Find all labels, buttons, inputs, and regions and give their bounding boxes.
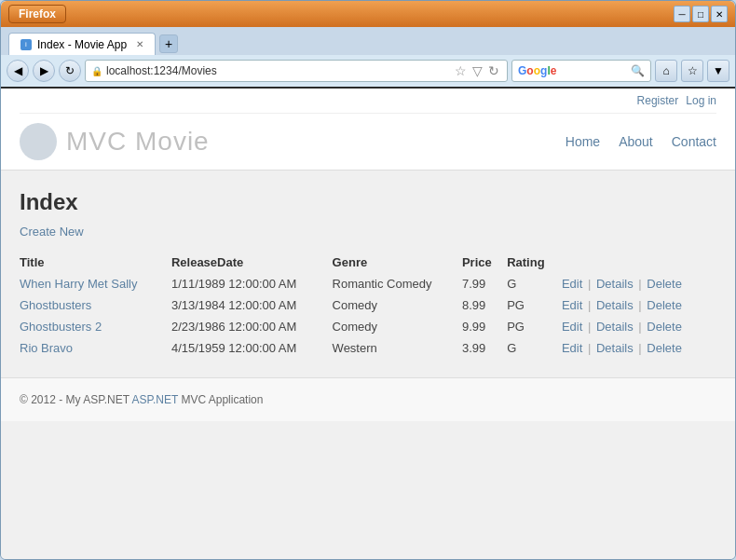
edit-link[interactable]: Edit: [562, 298, 582, 312]
page-footer: © 2012 - My ASP.NET ASP.NET MVC Applicat…: [1, 377, 735, 421]
edit-link[interactable]: Edit: [562, 341, 582, 355]
col-price: Price: [462, 252, 507, 273]
sep2: |: [638, 298, 641, 312]
cell-title: Ghostbusters: [20, 294, 171, 316]
movie-table: Title ReleaseDate Genre Price Rating Whe…: [20, 252, 716, 359]
cell-title: Rio Bravo: [20, 337, 171, 359]
cell-actions: Edit | Details | Delete: [562, 273, 716, 294]
details-link[interactable]: Details: [596, 298, 634, 312]
url-text: localhost:1234/Movies: [106, 64, 449, 77]
bookmark-arrow-icon[interactable]: ▽: [470, 63, 484, 78]
search-bar[interactable]: Google 🔍: [511, 60, 651, 82]
details-link[interactable]: Details: [596, 341, 634, 355]
nav-about[interactable]: About: [619, 134, 653, 149]
cell-price: 3.99: [462, 337, 507, 359]
firefox-menu-button[interactable]: Firefox: [8, 5, 66, 23]
cell-actions: Edit | Details | Delete: [562, 337, 716, 359]
details-link[interactable]: Details: [596, 277, 634, 291]
nav-menu: Home About Contact: [566, 134, 716, 149]
col-actions: [562, 252, 716, 273]
header-top: Register Log in: [20, 89, 716, 114]
login-link[interactable]: Log in: [686, 94, 716, 107]
table-header-row: Title ReleaseDate Genre Price Rating: [20, 252, 716, 273]
sep1: |: [588, 277, 591, 291]
maximize-button[interactable]: □: [692, 6, 709, 22]
cell-title: When Harry Met Sally: [20, 273, 171, 294]
cell-title: Ghostbusters 2: [20, 316, 171, 337]
profile-avatar: [20, 123, 57, 160]
create-new-link[interactable]: Create New: [20, 225, 84, 239]
table-row: When Harry Met Sally 1/11/1989 12:00:00 …: [20, 273, 716, 294]
delete-link[interactable]: Delete: [647, 320, 682, 334]
menu-button[interactable]: ▼: [707, 60, 729, 82]
cell-price: 9.99: [462, 316, 507, 337]
sep2: |: [638, 320, 641, 334]
cell-genre: Comedy: [333, 294, 462, 316]
nav-contact[interactable]: Contact: [672, 134, 716, 149]
col-genre: Genre: [333, 252, 462, 273]
cell-release-date: 2/23/1986 12:00:00 AM: [171, 316, 333, 337]
table-row: Ghostbusters 3/13/1984 12:00:00 AM Comed…: [20, 294, 716, 316]
cell-release-date: 4/15/1959 12:00:00 AM: [171, 337, 333, 359]
new-tab-button[interactable]: +: [159, 34, 178, 53]
cell-price: 7.99: [462, 273, 507, 294]
sep1: |: [588, 341, 591, 355]
cell-rating: G: [507, 273, 562, 294]
search-magnifier-icon[interactable]: 🔍: [631, 64, 645, 77]
page-title: Index: [20, 189, 716, 215]
cell-release-date: 1/11/1989 12:00:00 AM: [171, 273, 333, 294]
cell-actions: Edit | Details | Delete: [562, 316, 716, 337]
details-link[interactable]: Details: [596, 320, 634, 334]
nav-home[interactable]: Home: [566, 134, 600, 149]
delete-link[interactable]: Delete: [647, 277, 682, 291]
cell-actions: Edit | Details | Delete: [562, 294, 716, 316]
cell-genre: Comedy: [333, 316, 462, 337]
main-content: Index Create New Title ReleaseDate Genre…: [1, 171, 735, 377]
col-title: Title: [20, 252, 171, 273]
profile-area: MVC Movie: [20, 123, 210, 160]
title-bar: Firefox ─ □ ✕: [1, 1, 735, 27]
sep2: |: [638, 341, 641, 355]
url-refresh-icon[interactable]: ↻: [486, 63, 501, 78]
browser-window: Firefox ─ □ ✕ i Index - Movie App ✕ + ◀ …: [0, 0, 736, 560]
footer-mvc-label: MVC Application: [181, 393, 263, 406]
tab-close-icon[interactable]: ✕: [136, 39, 143, 49]
footer-copyright: © 2012 - My ASP.NET: [20, 393, 129, 406]
cell-genre: Romantic Comedy: [333, 273, 462, 294]
footer-asp-link[interactable]: ASP.NET: [131, 393, 181, 406]
sep1: |: [588, 320, 591, 334]
register-link[interactable]: Register: [637, 94, 679, 107]
app-header: Register Log in MVC Movie Home About Con…: [1, 89, 735, 171]
col-release-date: ReleaseDate: [171, 252, 333, 273]
url-actions: ☆ ▽ ↻: [453, 63, 501, 78]
table-row: Ghostbusters 2 2/23/1986 12:00:00 AM Com…: [20, 316, 716, 337]
cell-price: 8.99: [462, 294, 507, 316]
tab-favicon: i: [20, 39, 32, 50]
app-title: MVC Movie: [66, 127, 210, 157]
back-button[interactable]: ◀: [7, 60, 29, 82]
url-bar[interactable]: 🔒 localhost:1234/Movies ☆ ▽ ↻: [85, 60, 508, 82]
edit-link[interactable]: Edit: [562, 320, 582, 334]
table-row: Rio Bravo 4/15/1959 12:00:00 AM Western …: [20, 337, 716, 359]
page-content: Register Log in MVC Movie Home About Con…: [1, 89, 735, 559]
cell-rating: PG: [507, 294, 562, 316]
header-main: MVC Movie Home About Contact: [20, 114, 716, 170]
sep1: |: [588, 298, 591, 312]
cell-rating: G: [507, 337, 562, 359]
sep2: |: [638, 277, 641, 291]
active-tab[interactable]: i Index - Movie App ✕: [8, 33, 156, 55]
minimize-button[interactable]: ─: [674, 6, 690, 22]
google-logo: Google: [518, 64, 556, 77]
bookmark-button[interactable]: ☆: [681, 60, 703, 82]
delete-link[interactable]: Delete: [647, 298, 682, 312]
refresh-button[interactable]: ↻: [59, 60, 81, 82]
window-controls: ─ □ ✕: [674, 6, 728, 22]
url-lock-icon: 🔒: [91, 66, 102, 76]
delete-link[interactable]: Delete: [647, 341, 682, 355]
edit-link[interactable]: Edit: [562, 277, 582, 291]
bookmark-star-icon[interactable]: ☆: [453, 63, 469, 78]
home-button[interactable]: ⌂: [655, 60, 677, 82]
cell-rating: PG: [507, 316, 562, 337]
forward-button[interactable]: ▶: [33, 60, 55, 82]
close-button[interactable]: ✕: [711, 6, 728, 22]
